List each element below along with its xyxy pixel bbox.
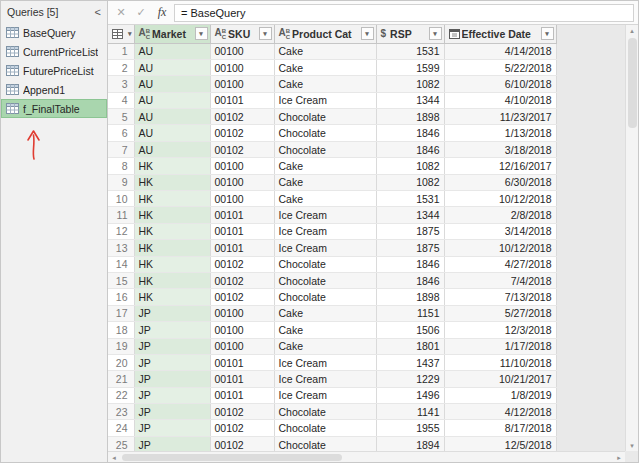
cell-effective-date[interactable]: 6/10/2018 [444, 76, 556, 92]
cell-product-cat[interactable]: Cake [274, 191, 376, 207]
scroll-left-icon[interactable]: ◂ [108, 452, 120, 463]
cell-effective-date[interactable]: 2/8/2018 [444, 207, 556, 223]
cell-product-cat[interactable]: Chocolate [274, 256, 376, 272]
cell-rsp[interactable]: 1846 [376, 256, 444, 272]
cell-market[interactable]: HK [134, 191, 210, 207]
cell-product-cat[interactable]: Ice Cream [274, 387, 376, 403]
query-list-item[interactable]: BaseQuery [1, 23, 107, 42]
scroll-down-icon[interactable]: ▾ [626, 440, 639, 451]
cell-effective-date[interactable]: 1/17/2018 [444, 338, 556, 354]
cell-effective-date[interactable]: 11/10/2018 [444, 354, 556, 370]
cell-product-cat[interactable]: Chocolate [274, 404, 376, 420]
cell-market[interactable]: JP [134, 305, 210, 321]
cell-effective-date[interactable]: 10/12/2018 [444, 240, 556, 256]
cell-sku[interactable]: 00102 [210, 404, 274, 420]
horizontal-scrollbar-thumb[interactable] [122, 454, 342, 461]
horizontal-scrollbar[interactable]: ◂ ▸ [108, 451, 625, 462]
cancel-formula-button[interactable]: ✕ [112, 6, 130, 19]
cell-product-cat[interactable]: Chocolate [274, 272, 376, 288]
cell-sku[interactable]: 00101 [210, 207, 274, 223]
cell-rsp[interactable]: 1898 [376, 289, 444, 305]
filter-dropdown-rsp[interactable]: ▾ [429, 27, 442, 40]
cell-sku[interactable]: 00100 [210, 322, 274, 338]
cell-sku[interactable]: 00100 [210, 158, 274, 174]
cell-sku[interactable]: 00102 [210, 256, 274, 272]
column-header-effective-date[interactable]: Effective Date ▾ [444, 25, 556, 43]
cell-rsp[interactable]: 1531 [376, 191, 444, 207]
fx-add-step-button[interactable]: fx [152, 5, 172, 20]
cell-effective-date[interactable]: 7/13/2018 [444, 289, 556, 305]
cell-effective-date[interactable]: 4/14/2018 [444, 43, 556, 59]
cell-rsp[interactable]: 1898 [376, 109, 444, 125]
column-header-market[interactable]: A BC Market ▾ [134, 25, 210, 43]
column-header-rsp[interactable]: $ RSP ▾ [376, 25, 444, 43]
filter-dropdown-market[interactable]: ▾ [195, 27, 208, 40]
cell-effective-date[interactable]: 12/3/2018 [444, 322, 556, 338]
cell-market[interactable]: HK [134, 174, 210, 190]
cell-rsp[interactable]: 1599 [376, 59, 444, 75]
cell-rsp[interactable]: 1344 [376, 92, 444, 108]
cell-rsp[interactable]: 1875 [376, 240, 444, 256]
cell-product-cat[interactable]: Ice Cream [274, 240, 376, 256]
cell-rsp[interactable]: 1955 [376, 420, 444, 436]
cell-effective-date[interactable]: 7/4/2018 [444, 272, 556, 288]
cell-sku[interactable]: 00101 [210, 240, 274, 256]
cell-product-cat[interactable]: Cake [274, 305, 376, 321]
cell-rsp[interactable]: 1082 [376, 174, 444, 190]
cell-rsp[interactable]: 1141 [376, 404, 444, 420]
vertical-scrollbar-thumb[interactable] [628, 38, 637, 128]
cell-market[interactable]: AU [134, 141, 210, 157]
cell-market[interactable]: JP [134, 371, 210, 387]
cell-effective-date[interactable]: 10/12/2018 [444, 191, 556, 207]
cell-market[interactable]: JP [134, 322, 210, 338]
cell-market[interactable]: HK [134, 256, 210, 272]
cell-effective-date[interactable]: 1/8/2019 [444, 387, 556, 403]
cell-market[interactable]: JP [134, 338, 210, 354]
cell-product-cat[interactable]: Ice Cream [274, 223, 376, 239]
cell-sku[interactable]: 00101 [210, 371, 274, 387]
cell-sku[interactable]: 00102 [210, 125, 274, 141]
cell-market[interactable]: HK [134, 158, 210, 174]
filter-dropdown-effective-date[interactable]: ▾ [541, 27, 554, 40]
cell-product-cat[interactable]: Ice Cream [274, 207, 376, 223]
cell-rsp[interactable]: 1531 [376, 43, 444, 59]
cell-product-cat[interactable]: Chocolate [274, 420, 376, 436]
filter-dropdown-product-cat[interactable]: ▾ [361, 27, 374, 40]
cell-sku[interactable]: 00100 [210, 174, 274, 190]
cell-market[interactable]: AU [134, 92, 210, 108]
cell-product-cat[interactable]: Chocolate [274, 125, 376, 141]
cell-product-cat[interactable]: Chocolate [274, 289, 376, 305]
cell-product-cat[interactable]: Cake [274, 322, 376, 338]
scroll-up-icon[interactable]: ▴ [626, 25, 639, 36]
cell-product-cat[interactable]: Cake [274, 158, 376, 174]
cell-sku[interactable]: 00101 [210, 354, 274, 370]
cell-product-cat[interactable]: Ice Cream [274, 354, 376, 370]
cell-market[interactable]: AU [134, 109, 210, 125]
query-list-item[interactable]: Append1 [1, 80, 107, 99]
cell-effective-date[interactable]: 1/13/2018 [444, 125, 556, 141]
cell-sku[interactable]: 00101 [210, 223, 274, 239]
cell-effective-date[interactable]: 5/27/2018 [444, 305, 556, 321]
cell-sku[interactable]: 00100 [210, 338, 274, 354]
cell-effective-date[interactable]: 10/21/2017 [444, 371, 556, 387]
cell-effective-date[interactable]: 3/18/2018 [444, 141, 556, 157]
cell-market[interactable]: AU [134, 76, 210, 92]
cell-market[interactable]: JP [134, 354, 210, 370]
cell-product-cat[interactable]: Cake [274, 59, 376, 75]
cell-rsp[interactable]: 1229 [376, 371, 444, 387]
cell-product-cat[interactable]: Chocolate [274, 109, 376, 125]
cell-market[interactable]: AU [134, 125, 210, 141]
column-header-sku[interactable]: A BC SKU ▾ [210, 25, 274, 43]
cell-rsp[interactable]: 1846 [376, 272, 444, 288]
cell-market[interactable]: AU [134, 59, 210, 75]
cell-sku[interactable]: 00100 [210, 43, 274, 59]
cell-market[interactable]: HK [134, 223, 210, 239]
cell-sku[interactable]: 00101 [210, 387, 274, 403]
cell-market[interactable]: HK [134, 240, 210, 256]
cell-sku[interactable]: 00100 [210, 191, 274, 207]
cell-rsp[interactable]: 1082 [376, 76, 444, 92]
cell-product-cat[interactable]: Cake [274, 43, 376, 59]
cell-sku[interactable]: 00100 [210, 305, 274, 321]
cell-sku[interactable]: 00102 [210, 272, 274, 288]
cell-sku[interactable]: 00102 [210, 420, 274, 436]
